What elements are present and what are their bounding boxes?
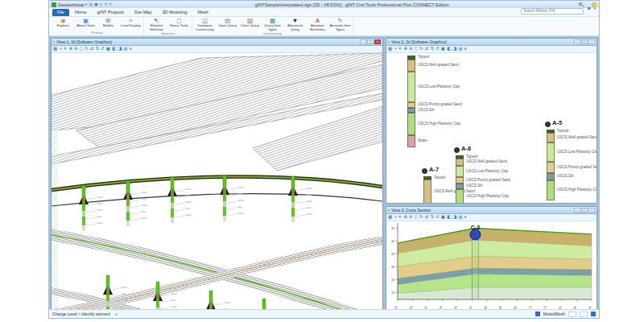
copy-view-icon[interactable]: ▣: [441, 215, 445, 220]
view1-canvas[interactable]: [52, 53, 382, 309]
minimize-button[interactable]: –: [574, 39, 580, 44]
undo-view-icon[interactable]: ↺: [436, 215, 440, 220]
tab-home[interactable]: Home: [70, 9, 92, 17]
redo-icon[interactable]: ↻: [109, 2, 112, 6]
view2-title-bar[interactable]: ▸ View 2, 3d [Software Graphics] –▢×: [386, 39, 597, 46]
close-button[interactable]: ×: [588, 39, 595, 44]
copy-view-icon[interactable]: ▣: [106, 47, 110, 52]
pan-view-icon[interactable]: ⇄: [425, 215, 429, 220]
element-selection-button[interactable]: ↖Element Selection: [146, 17, 167, 31]
zoom-out-icon[interactable]: ⊖: [409, 47, 413, 52]
borehole-log[interactable]: [547, 130, 555, 200]
tab-site-map[interactable]: Site Map: [130, 9, 157, 17]
borehole-marker-icon[interactable]: [454, 147, 460, 153]
wireframe-model[interactable]: [52, 53, 382, 309]
zoom-out-icon[interactable]: ⊖: [74, 47, 78, 52]
status-field[interactable]: [568, 312, 576, 317]
snap-mode-icon[interactable]: +: [115, 312, 118, 316]
clip-mask-icon[interactable]: ◨: [452, 215, 456, 220]
chevron-down-icon[interactable]: ▾: [85, 2, 87, 6]
models-button[interactable]: ⊞Models: [97, 17, 119, 28]
clip-volume-icon[interactable]: ◧: [112, 47, 116, 52]
status-field[interactable]: [580, 312, 588, 317]
search-input[interactable]: [521, 8, 584, 14]
display-style-icon[interactable]: ◑: [59, 47, 61, 52]
view-attributes-icon[interactable]: ▦: [53, 47, 57, 52]
copy-view-icon[interactable]: ▣: [441, 47, 445, 52]
undo-view-icon[interactable]: ↺: [436, 47, 440, 52]
undo-view-icon[interactable]: ↺: [101, 47, 105, 52]
pan-view-icon[interactable]: ⇄: [425, 47, 429, 52]
user-avatar-icon[interactable]: ☻: [586, 6, 591, 10]
clip-mask-icon[interactable]: ◨: [118, 47, 122, 52]
cross-section-canvas[interactable]: C-34540353025202530354045505560657075808…: [386, 221, 597, 309]
view1-title-bar[interactable]: ▸ View 1, 3d [Software Graphics] –▢×: [52, 39, 382, 46]
borehole-log[interactable]: [423, 176, 431, 203]
attach-tools-button[interactable]: ▣Attach Tools: [75, 17, 97, 28]
view3-title-bar[interactable]: ▸ View 3, Cross Section –▢×: [386, 207, 597, 214]
view-properties-icon[interactable]: ≡: [464, 47, 467, 52]
annotate-item-types-button[interactable]: ✎Annotate Item Types: [329, 17, 351, 31]
adjust-brightness-icon[interactable]: ☀: [64, 47, 68, 52]
explorer-button[interactable]: ◉Explorer: [52, 17, 74, 28]
view-attributes-icon[interactable]: ▦: [388, 47, 392, 52]
zoom-in-icon[interactable]: ⊕: [68, 47, 72, 52]
saved-views-icon[interactable]: ▤: [458, 47, 462, 52]
clip-volume-icon[interactable]: ◧: [447, 47, 451, 52]
advanced-query-button[interactable]: ▼Advanced Query: [284, 17, 306, 31]
status-model[interactable]: Model|Mesh: [543, 312, 565, 316]
pan-view-icon[interactable]: ⇄: [90, 47, 94, 52]
display-style-icon[interactable]: ◑: [394, 47, 396, 52]
tab-3d-modeling[interactable]: 3D Modeling: [157, 9, 192, 17]
maximize-button[interactable]: ▢: [581, 39, 588, 44]
level-display-button[interactable]: ≡Level Display: [120, 17, 142, 28]
print-icon[interactable]: ⎙: [99, 2, 102, 6]
zoom-in-icon[interactable]: ⊕: [403, 215, 407, 220]
walk-view-icon[interactable]: ⇅: [95, 47, 99, 52]
walk-view-icon[interactable]: ⇅: [430, 215, 434, 220]
minimize-button[interactable]: –: [574, 208, 580, 213]
fit-view-icon[interactable]: ◻: [415, 215, 419, 220]
active-model-icon[interactable]: [535, 312, 540, 316]
tab-mesh[interactable]: Mesh: [192, 9, 213, 17]
close-button[interactable]: ×: [588, 208, 595, 213]
undo-icon[interactable]: ↺: [104, 2, 107, 6]
annotate-boreholes-button[interactable]: AAnnotate Boreholes: [307, 17, 328, 31]
maximize-button[interactable]: ▢: [367, 39, 374, 44]
fit-view-icon[interactable]: ◻: [80, 47, 84, 52]
tab-file[interactable]: File: [52, 9, 69, 17]
chevron-down-icon[interactable]: ▾: [594, 6, 596, 10]
save-icon[interactable]: ◼: [94, 2, 97, 6]
rotate-view-icon[interactable]: ↻: [85, 47, 89, 52]
close-button[interactable]: ×: [374, 39, 381, 44]
view-properties-icon[interactable]: ≡: [464, 215, 467, 220]
tab-gint-projects[interactable]: gINT Projects: [93, 9, 129, 17]
saved-views-icon[interactable]: ▤: [458, 215, 462, 220]
clip-volume-icon[interactable]: ◧: [447, 215, 451, 220]
zoom-in-icon[interactable]: ⊕: [403, 47, 407, 52]
borehole-marker-icon[interactable]: [422, 168, 427, 174]
rotate-view-icon[interactable]: ↻: [419, 215, 423, 220]
borehole-log[interactable]: [407, 56, 415, 147]
saved-views-icon[interactable]: ▤: [123, 47, 127, 52]
borehole-marker-icon[interactable]: [545, 122, 551, 127]
query-item-types-button[interactable]: ▦Query Item Types: [262, 17, 283, 31]
adjust-brightness-icon[interactable]: ☀: [398, 47, 402, 52]
borehole-canvas[interactable]: TopsoilUSCS Well-graded SandUSCS Low Pla…: [386, 53, 597, 203]
adjust-brightness-icon[interactable]: ☀: [398, 215, 402, 220]
clip-mask-icon[interactable]: ◨: [452, 47, 456, 52]
maximize-button[interactable]: ▢: [581, 208, 588, 213]
walk-view-icon[interactable]: ⇅: [430, 47, 434, 52]
workflow-selector[interactable]: Geotechnical: [58, 2, 84, 7]
view-attributes-icon[interactable]: ▦: [388, 215, 392, 220]
open-file-icon[interactable]: ▤: [89, 2, 93, 6]
minimize-button[interactable]: –: [360, 39, 366, 44]
borehole-log[interactable]: [456, 155, 464, 203]
fence-tools-button[interactable]: ◻Fence Tools: [168, 17, 190, 28]
close-query-button[interactable]: ▥Close Query: [239, 17, 261, 28]
database-connectivity-button[interactable]: ◫Database Connectivity: [194, 17, 216, 31]
display-style-icon[interactable]: ◑: [394, 215, 396, 220]
rotate-view-icon[interactable]: ↻: [419, 47, 423, 52]
fit-view-icon[interactable]: ◻: [415, 47, 419, 52]
open-query-button[interactable]: ▤Open Query: [217, 17, 238, 28]
